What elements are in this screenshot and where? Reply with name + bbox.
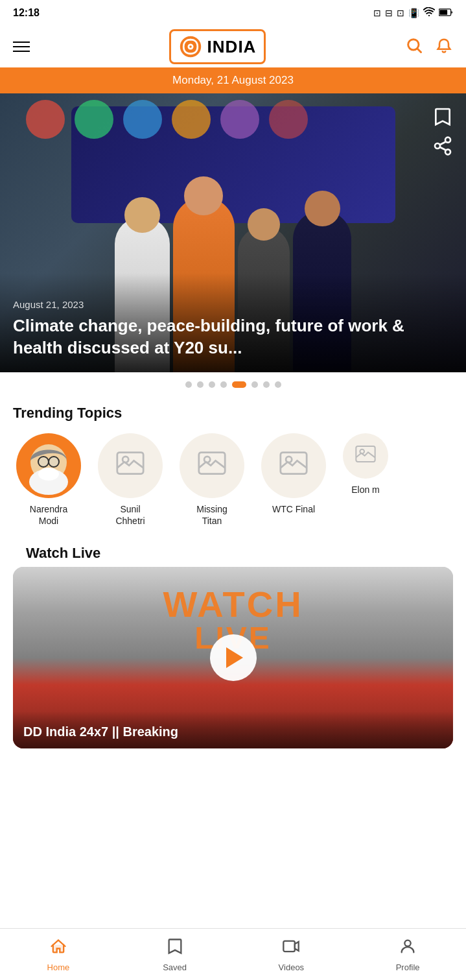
topic-item-titan[interactable]: MissingTitan — [176, 433, 248, 527]
topic-circle-chhetri — [98, 433, 163, 498]
live-card-title: DD India 24x7 || Breaking — [23, 724, 443, 739]
notification-button[interactable] — [435, 36, 453, 57]
home-icon — [49, 937, 67, 960]
trending-section: Trending Topics — [0, 397, 466, 537]
topic-circle-wtc — [261, 433, 326, 498]
sim2-icon: ⊟ — [385, 8, 393, 18]
svg-point-8 — [435, 143, 440, 149]
videos-icon — [282, 937, 300, 960]
topic-item-modi[interactable]: NarendraModi — [13, 433, 84, 527]
vibrate-icon: 📳 — [408, 8, 419, 18]
dot-2[interactable] — [197, 381, 204, 388]
placeholder-icon-chhetri — [116, 451, 145, 481]
topic-label-chhetri: SunilChhetri — [115, 503, 145, 527]
svg-point-21 — [286, 457, 292, 462]
nav-videos-label: Videos — [279, 962, 305, 972]
wifi-icon — [423, 7, 435, 19]
watch-live-section: Watch Live WATCH LIVE DD India 24x7 || B… — [0, 537, 466, 761]
saved-icon — [166, 937, 184, 960]
bottom-navigation: Home Saved Videos Profile — [0, 928, 466, 980]
date-text: Monday, 21 August 2023 — [172, 74, 294, 86]
hero-overlay: August 21, 2023 Climate change, peace-bu… — [0, 273, 466, 372]
status-bar: 12:18 ⊡ ⊟ ⊡ 📳 — [0, 0, 466, 26]
topic-label-wtc: WTC Final — [272, 503, 315, 515]
hero-section: August 21, 2023 Climate change, peace-bu… — [0, 93, 466, 372]
svg-point-17 — [122, 457, 128, 462]
trending-list: NarendraModi SunilChhetri — [0, 427, 466, 537]
hero-share-button[interactable] — [432, 136, 453, 159]
logo-text: INDIA — [207, 37, 257, 57]
nav-home-label: Home — [47, 962, 70, 972]
svg-point-7 — [445, 137, 450, 143]
dot-7[interactable] — [263, 381, 270, 388]
header-actions — [405, 36, 453, 57]
dot-8[interactable] — [275, 381, 281, 388]
sim3-icon: ⊡ — [397, 8, 404, 18]
slide-dots — [0, 372, 466, 397]
svg-point-15 — [38, 468, 59, 481]
dot-4[interactable] — [220, 381, 227, 388]
play-button[interactable] — [210, 634, 257, 681]
nav-profile-label: Profile — [396, 962, 420, 972]
placeholder-icon-wtc — [279, 451, 308, 481]
app-header: INDIA — [0, 26, 466, 67]
topic-circle-titan — [180, 433, 244, 498]
date-banner: Monday, 21 August 2023 — [0, 67, 466, 93]
nav-profile[interactable]: Profile — [382, 937, 434, 972]
live-card[interactable]: WATCH LIVE DD India 24x7 || Breaking — [13, 567, 453, 748]
hero-date: August 21, 2023 — [13, 299, 453, 310]
battery-icon — [439, 7, 453, 19]
dot-1[interactable] — [185, 381, 192, 388]
topic-circle-elon — [343, 433, 388, 479]
topic-label-titan: MissingTitan — [196, 503, 227, 527]
nav-saved-label: Saved — [163, 962, 187, 972]
nav-home[interactable]: Home — [32, 937, 84, 972]
svg-point-23 — [360, 449, 364, 453]
dd-logo-icon — [179, 35, 202, 58]
profile-icon — [399, 937, 417, 960]
topic-label-elon: Elon m — [351, 484, 380, 496]
placeholder-icon-elon — [355, 444, 376, 468]
svg-point-19 — [204, 457, 210, 462]
nav-saved[interactable]: Saved — [149, 937, 201, 972]
status-icons: ⊡ ⊟ ⊡ 📳 — [373, 7, 453, 19]
search-button[interactable] — [405, 36, 423, 57]
nav-videos[interactable]: Videos — [265, 937, 317, 972]
sim1-icon: ⊡ — [373, 8, 381, 18]
live-card-overlay: DD India 24x7 || Breaking — [13, 711, 453, 748]
topic-circle-modi — [16, 433, 81, 498]
topic-item-wtc[interactable]: WTC Final — [258, 433, 329, 527]
svg-point-0 — [428, 15, 430, 16]
svg-point-12 — [38, 457, 49, 467]
hero-title: Climate change, peace-building, future o… — [13, 315, 453, 359]
svg-rect-2 — [439, 10, 447, 15]
svg-point-5 — [189, 45, 192, 48]
app-logo: INDIA — [169, 29, 266, 64]
menu-button[interactable] — [13, 42, 30, 52]
hero-bookmark-button[interactable] — [432, 106, 453, 130]
dot-3[interactable] — [209, 381, 215, 388]
svg-point-9 — [445, 149, 450, 154]
dot-5[interactable] — [232, 381, 246, 388]
topic-label-modi: NarendraModi — [30, 503, 67, 527]
topic-item-chhetri[interactable]: SunilChhetri — [95, 433, 166, 527]
topic-item-elon[interactable]: Elon m — [340, 433, 391, 527]
status-time: 12:18 — [13, 7, 40, 19]
svg-point-25 — [404, 940, 410, 946]
placeholder-icon-titan — [198, 451, 226, 481]
watch-live-title: Watch Live — [13, 537, 453, 567]
trending-title: Trending Topics — [0, 397, 466, 427]
dot-6[interactable] — [251, 381, 258, 388]
svg-rect-24 — [284, 940, 296, 951]
svg-point-13 — [49, 457, 59, 467]
